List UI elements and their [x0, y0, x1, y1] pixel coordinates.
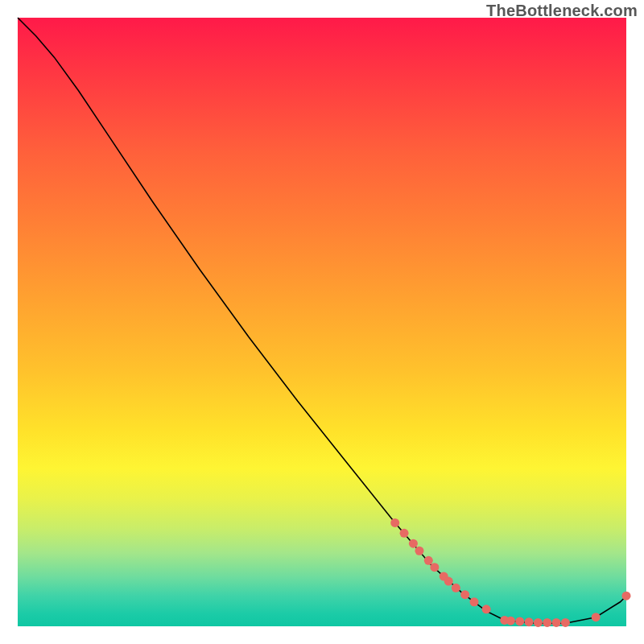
- scatter-point: [415, 547, 423, 555]
- scatter-point: [470, 597, 479, 606]
- scatter-point: [482, 605, 491, 613]
- scatter-point: [424, 556, 433, 565]
- chart-stage: TheBottleneck.com: [0, 0, 644, 644]
- scatter-point: [515, 617, 524, 625]
- scatter-point: [444, 577, 453, 586]
- plot-area: [18, 18, 626, 626]
- scatter-points: [390, 518, 630, 627]
- scatter-point: [390, 518, 399, 527]
- scatter-point: [400, 529, 409, 538]
- chart-overlay: [18, 18, 626, 626]
- scatter-point: [592, 613, 601, 621]
- scatter-point: [460, 590, 469, 599]
- scatter-point: [452, 584, 460, 592]
- curve-line: [18, 18, 626, 623]
- scatter-point: [534, 618, 543, 627]
- scatter-point: [506, 617, 515, 625]
- scatter-point: [409, 539, 418, 548]
- scatter-point: [552, 618, 561, 627]
- scatter-point: [525, 617, 534, 626]
- scatter-point: [622, 592, 631, 601]
- scatter-point: [543, 618, 551, 627]
- scatter-point: [430, 563, 439, 572]
- scatter-point: [561, 618, 570, 627]
